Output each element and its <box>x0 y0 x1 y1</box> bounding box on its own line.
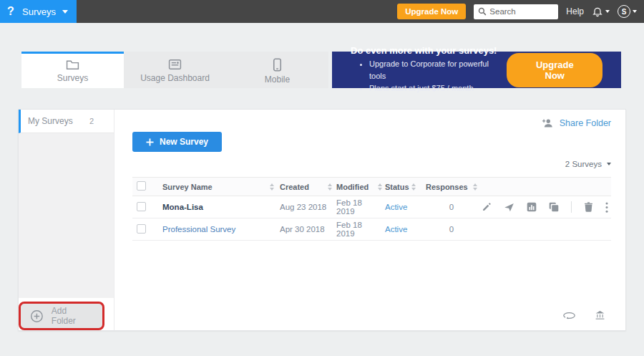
upgrade-now-button[interactable]: Upgrade Now <box>397 4 466 19</box>
responses-count: 0 <box>426 225 477 234</box>
header-label: Modified <box>336 183 369 191</box>
survey-name-link[interactable]: Professional Survey <box>162 225 235 234</box>
header-label: Created <box>280 183 309 191</box>
folder-icon <box>66 59 79 70</box>
notifications-menu[interactable] <box>592 6 610 17</box>
dashboard-icon <box>168 59 182 70</box>
responses-count: 0 <box>426 203 477 211</box>
sort-icon[interactable] <box>328 183 332 191</box>
survey-table: Survey Name Created Modified Status Resp… <box>132 177 611 241</box>
search-icon <box>478 7 487 16</box>
table-row: Professional Survey Apr 30 2018 Feb 18 2… <box>132 218 611 241</box>
chevron-down-icon <box>605 10 610 13</box>
header-label: Responses <box>426 183 468 191</box>
tab-label: Usage Dashboard <box>140 73 210 83</box>
tab-surveys[interactable]: Surveys <box>21 52 124 88</box>
header-label: Status <box>385 183 409 191</box>
tab-strip: Surveys Usage Dashboard Mobile <box>21 52 328 88</box>
folders-sidebar: My Surveys 2 Add Folder <box>19 110 114 330</box>
row-checkbox[interactable] <box>137 202 146 211</box>
banner-bullet-list: Upgrade to Corporate for powerful tools … <box>369 58 507 95</box>
edit-pencil-icon[interactable] <box>482 202 492 212</box>
survey-name-link[interactable]: Mona-Lisa <box>162 203 203 211</box>
modified-date: Feb 18 2019 <box>336 198 382 216</box>
search-box[interactable] <box>474 4 558 19</box>
delete-trash-icon[interactable] <box>584 202 593 212</box>
header-survey-name[interactable]: Survey Name <box>162 183 280 191</box>
sort-icon[interactable] <box>378 183 382 191</box>
surveys-app-menu[interactable]: ? Surveys <box>0 0 77 23</box>
add-folder-label: Add Folder <box>52 306 93 326</box>
add-folder-button[interactable]: Add Folder <box>19 302 104 330</box>
tab-usage-dashboard[interactable]: Usage Dashboard <box>124 52 226 88</box>
sidebar-item-my-surveys[interactable]: My Surveys 2 <box>19 110 114 133</box>
header-created[interactable]: Created <box>280 183 336 191</box>
account-menu[interactable]: S <box>618 5 637 18</box>
chevron-down-icon <box>607 163 611 165</box>
share-person-plus-icon <box>542 118 554 128</box>
share-folder-link[interactable]: Share Folder <box>132 118 611 128</box>
banner-bullet: Upgrade to Corporate for powerful tools <box>369 58 507 82</box>
product-label: Surveys <box>22 6 56 17</box>
search-input[interactable] <box>489 7 552 16</box>
copy-duplicate-icon[interactable] <box>549 202 559 212</box>
status-badge: Active <box>385 203 407 211</box>
sort-icon[interactable] <box>473 183 477 191</box>
sort-icon[interactable] <box>270 183 274 191</box>
sidebar-empty-area <box>19 133 114 298</box>
new-survey-label: New Survey <box>160 137 208 147</box>
survey-count-dropdown[interactable]: 2 Surveys <box>132 160 611 168</box>
reports-chart-icon[interactable] <box>527 202 537 212</box>
banner-bullet: Plans start at just $75 / month <box>369 82 507 95</box>
tab-mobile[interactable]: Mobile <box>226 52 328 88</box>
banner-text: Do even more with your surveys! Upgrade … <box>351 45 507 95</box>
row-checkbox[interactable] <box>137 224 146 234</box>
send-plane-icon[interactable] <box>504 202 514 212</box>
created-date: Aug 23 2018 <box>280 203 326 211</box>
banner-upgrade-button[interactable]: Upgrade Now <box>507 53 602 87</box>
table-row: Mona-Lisa Aug 23 2018 Feb 18 2019 Active… <box>132 196 611 218</box>
help-link[interactable]: Help <box>566 6 584 16</box>
sort-icon[interactable] <box>411 183 416 191</box>
divider <box>571 201 572 213</box>
folder-count-badge: 2 <box>89 117 94 125</box>
modified-date: Feb 18 2019 <box>336 221 382 238</box>
survey-count-label: 2 Surveys <box>565 160 602 168</box>
created-date: Apr 30 2018 <box>280 225 325 234</box>
topbar: ? Surveys Upgrade Now Help S <box>0 0 644 23</box>
more-kebab-icon[interactable] <box>605 202 608 213</box>
banner-title: Do even more with your surveys! <box>351 45 507 56</box>
header-label: Survey Name <box>162 183 213 191</box>
tabs-and-banner-row: Surveys Usage Dashboard Mobile Do even m… <box>21 52 621 88</box>
chevron-down-icon <box>62 10 68 14</box>
share-folder-label: Share Folder <box>560 118 611 128</box>
select-all-checkbox[interactable] <box>137 181 146 191</box>
header-modified[interactable]: Modified <box>336 183 385 191</box>
history-loop-icon[interactable] <box>563 312 575 319</box>
surveys-panel: My Surveys 2 Add Folder Share Folder New… <box>18 109 626 331</box>
app-logo-icon: ? <box>6 5 16 18</box>
survey-list-area: Share Folder New Survey 2 Surveys Survey… <box>114 110 625 330</box>
archive-bin-icon[interactable] <box>595 310 605 320</box>
bell-icon <box>592 6 603 17</box>
chevron-down-icon <box>633 10 637 13</box>
tab-label: Mobile <box>265 74 290 85</box>
mobile-phone-icon <box>273 58 282 72</box>
panel-footer-icons <box>132 310 611 320</box>
circle-plus-icon <box>30 309 44 323</box>
status-badge: Active <box>385 225 407 234</box>
tab-label: Surveys <box>57 73 88 83</box>
plus-icon <box>146 138 154 146</box>
upgrade-banner: Do even more with your surveys! Upgrade … <box>332 52 621 88</box>
row-actions <box>482 201 611 213</box>
new-survey-button[interactable]: New Survey <box>132 132 222 152</box>
table-header-row: Survey Name Created Modified Status Resp… <box>132 177 611 196</box>
header-status[interactable]: Status <box>385 183 417 191</box>
folder-label: My Surveys <box>28 116 73 126</box>
header-responses[interactable]: Responses <box>417 183 482 191</box>
avatar: S <box>618 5 630 18</box>
